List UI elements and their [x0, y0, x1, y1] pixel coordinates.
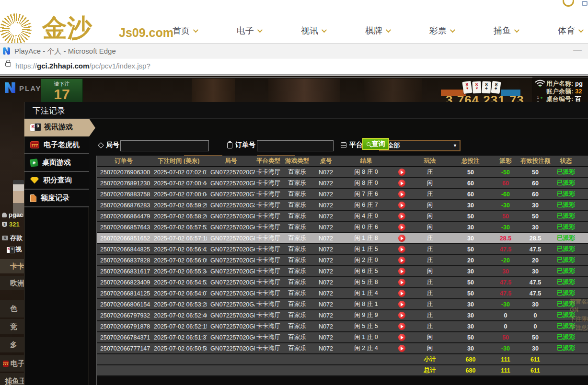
table-row[interactable]: 2507020667979322025-07-02 06:52:46GN0722… — [97, 310, 588, 321]
cell-replay — [393, 288, 410, 299]
cell-total_bet: 30 — [450, 200, 492, 211]
cell-platform: 卡卡湾厅 — [255, 288, 282, 299]
divider — [0, 77, 588, 78]
nav-item-彩票[interactable]: 彩票 — [429, 25, 454, 36]
play-replay-button[interactable] — [398, 268, 405, 275]
play-replay-button[interactable] — [398, 235, 405, 242]
cell-empty — [393, 365, 410, 376]
order-label: 订单号 — [227, 141, 255, 149]
sidebar-item-label: 电子老虎机 — [44, 140, 80, 149]
corner-window-icon[interactable] — [582, 1, 588, 6]
table-row[interactable]: 2507020668234092025-07-02 06:54:52GN0722… — [97, 277, 588, 288]
table-row[interactable]: 2507020668378282025-07-02 06:56:09GN0722… — [97, 255, 588, 266]
sidebar-item-电子老虎机[interactable]: 777电子老虎机 — [24, 136, 89, 154]
sidebar-item-桌面游戏[interactable]: ♣桌面游戏 — [24, 154, 89, 172]
play-replay-button[interactable] — [398, 257, 405, 264]
table-row[interactable]: 2507020668516522025-07-02 06:57:18GN0722… — [97, 233, 588, 244]
cell-table_no: N072 — [312, 167, 339, 178]
lobby-item-label: 竞 — [10, 322, 17, 331]
lobby-item-竞[interactable]: 竞 — [0, 319, 24, 334]
cell-round_id: GN072257020GK — [207, 288, 255, 299]
cell-bet_on: 庄 — [410, 233, 450, 244]
play-replay-button[interactable] — [398, 224, 405, 231]
table-row[interactable]: 2507020668644792025-07-02 06:58:26GN0722… — [97, 211, 588, 222]
platform-select[interactable]: 1.全部▼ — [379, 140, 461, 151]
play-replay-button[interactable] — [398, 334, 405, 341]
chevron-down-icon — [514, 27, 519, 33]
lobby-item-电子游戏[interactable]: 777电子游戏 — [0, 355, 24, 372]
cell-round_id: GN072257020GQ — [207, 222, 255, 233]
play-replay-button[interactable] — [398, 191, 405, 198]
url-text[interactable]: https://gci.2hhapi.com/pc/pcv1/index.jsp… — [15, 62, 150, 70]
play-replay-button[interactable] — [398, 323, 405, 330]
nav-item-视讯[interactable]: 视讯 — [301, 25, 325, 36]
cell-order_id: 250702066797932 — [97, 310, 150, 321]
table-row[interactable]: 2507020769063002025-07-02 07:02:01GN0722… — [97, 167, 588, 178]
ghost-line: 下注限红: 20 — [570, 315, 588, 324]
cell-result: 闲 1 庄 0 — [339, 332, 393, 343]
screen: 金沙 Js09.com 首页电子视讯棋牌彩票捕鱼体育 PlayAce - 个人 … — [0, 0, 588, 385]
table-row[interactable]: 2507020668316172025-07-02 06:55:34GN0722… — [97, 266, 588, 277]
dropdown-arrow-icon: ▼ — [453, 143, 457, 148]
cell-order_id: 250702066844825 — [97, 244, 150, 255]
cell-payout: -20 — [492, 255, 519, 266]
cell-total_bet: 50 — [450, 277, 492, 288]
table-row[interactable]: 2507020768837582025-07-02 07:00:04GN0722… — [97, 189, 588, 200]
cell-order_id: 250702076891230 — [97, 178, 150, 189]
cell-empty — [551, 365, 581, 376]
sidebar-item-额度记录[interactable]: 额度记录 — [24, 190, 89, 207]
sum-payout: 111 — [492, 365, 519, 376]
lobby-item-多[interactable]: 多 — [0, 337, 24, 352]
nav-item-首页[interactable]: 首页 — [173, 25, 197, 36]
table-row[interactable]: 2507020668061542025-07-02 06:53:28GN0722… — [97, 299, 588, 310]
lobby-item-卡卡[interactable]: 卡卡 — [0, 259, 24, 273]
records-tbody: 2507020769063002025-07-02 07:02:01GN0722… — [97, 167, 588, 376]
table-row[interactable]: 2507020667918782025-07-02 06:52:15GN0722… — [97, 321, 588, 332]
sidebar-item-积分查询[interactable]: 积分查询 — [24, 172, 89, 190]
lobby-item-捕鱼王[interactable]: 捕鱼王 — [0, 373, 24, 385]
cell-empty — [97, 365, 150, 376]
lobby-item-欧洲[interactable]: 欧洲 — [0, 276, 24, 290]
cell-table_no: N072 — [312, 310, 339, 321]
play-replay-button[interactable] — [398, 279, 405, 286]
service-badge-icon[interactable] — [563, 0, 574, 7]
table-row[interactable]: 2507020668448252025-07-02 06:56:42GN0722… — [97, 244, 588, 255]
play-replay-button[interactable] — [398, 169, 405, 176]
order-input[interactable] — [257, 140, 334, 151]
search-button[interactable]: 查询 — [362, 138, 389, 150]
cell-platform: 卡卡湾厅 — [255, 310, 282, 321]
cell-replay — [393, 332, 410, 343]
play-replay-button[interactable] — [398, 301, 405, 308]
url-bar[interactable]: https://gci.2hhapi.com/pc/pcv1/index.jsp… — [0, 58, 588, 75]
cell-valid_bet: 30 — [519, 222, 551, 233]
minimize-button[interactable]: — — [573, 45, 582, 55]
table-row[interactable]: 2507020768912302025-07-02 07:00:44GN0722… — [97, 178, 588, 189]
play-replay-button[interactable] — [398, 345, 405, 352]
table-row[interactable]: 2507020668576432025-07-02 06:57:52GN0722… — [97, 222, 588, 233]
cell-table_no: N072 — [312, 255, 339, 266]
video-tab-row[interactable]: 视 — [0, 245, 24, 254]
deposit-row[interactable]: $存款 — [0, 234, 24, 242]
cell-payout: 28.5 — [492, 233, 519, 244]
play-replay-button[interactable] — [398, 202, 405, 209]
nav-item-电子[interactable]: 电子 — [237, 25, 261, 36]
brand-domain: Js09.com — [119, 26, 173, 40]
sidebar-item-视讯游戏[interactable]: 视讯游戏 — [24, 119, 89, 136]
lobby-item-色[interactable]: 色 — [0, 300, 24, 317]
play-replay-button[interactable] — [398, 312, 405, 319]
play-replay-button[interactable] — [398, 213, 405, 220]
nav-item-捕鱼[interactable]: 捕鱼 — [494, 25, 518, 36]
nav-item-棋牌[interactable]: 棋牌 — [365, 25, 390, 36]
round-input[interactable] — [120, 140, 209, 151]
column-header — [393, 156, 410, 167]
table-row[interactable]: 2507020667843712025-07-02 06:51:37GN0722… — [97, 332, 588, 343]
play-replay-button[interactable] — [398, 180, 405, 187]
table-row[interactable]: 2507020668762832025-07-02 06:59:29GN0722… — [97, 200, 588, 211]
cell-valid_bet: 47.5 — [519, 277, 551, 288]
play-replay-button[interactable] — [398, 246, 405, 253]
play-replay-button[interactable] — [398, 290, 405, 297]
nav-item-体育[interactable]: 体育 — [558, 25, 582, 36]
table-row[interactable]: 2507020668141252025-07-02 06:54:07GN0722… — [97, 288, 588, 299]
table-row[interactable]: 2507020667771472025-07-02 06:50:58GN0722… — [97, 343, 588, 354]
list-icon — [341, 142, 346, 148]
